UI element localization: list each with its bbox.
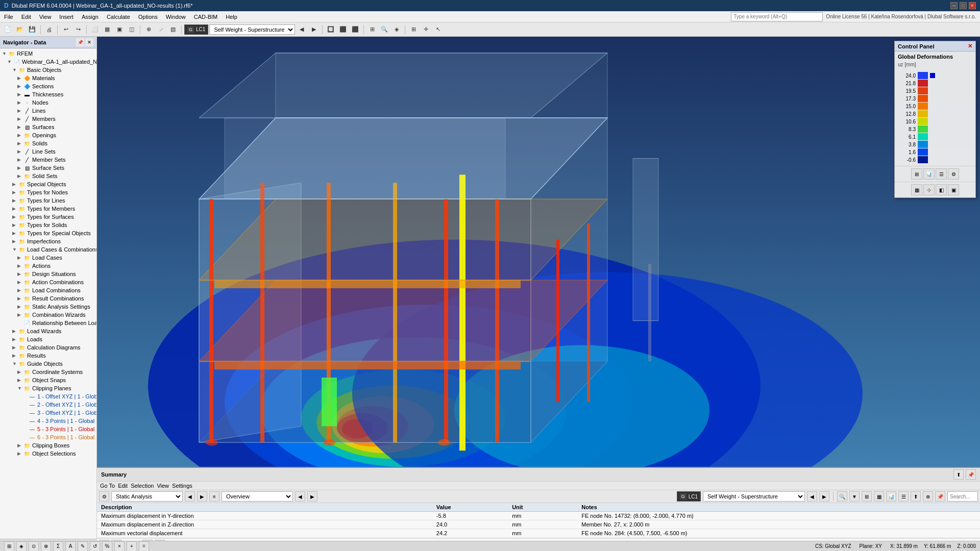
print-button[interactable]: 🖨 <box>43 24 55 35</box>
nav-item[interactable]: ▶📁Types for Surfaces <box>0 213 96 221</box>
summary-goto[interactable]: Go To <box>100 483 115 489</box>
nav-item[interactable]: ▶📁Load Wizards <box>0 327 96 335</box>
nav-item[interactable]: ▶📁Types for Lines <box>0 196 96 205</box>
sum-table[interactable]: ▦ <box>874 491 884 502</box>
menu-assign[interactable]: Assign <box>78 13 103 21</box>
render-button[interactable]: ◈ <box>391 24 402 35</box>
close-button[interactable]: ✕ <box>969 2 976 9</box>
menu-edit[interactable]: Edit <box>17 13 35 21</box>
status-btn4[interactable]: ⊕ <box>41 541 51 552</box>
menu-options[interactable]: Options <box>134 13 162 21</box>
sum-filter[interactable]: ▼ <box>849 491 860 502</box>
summary-view[interactable]: View <box>157 483 169 489</box>
cp-close-button[interactable]: ✕ <box>968 43 972 49</box>
status-btn3[interactable]: ⊙ <box>29 541 39 552</box>
snap-button[interactable]: ✛ <box>420 24 431 35</box>
summary-selection[interactable]: Selection <box>131 483 154 489</box>
menu-calculate[interactable]: Calculate <box>103 13 134 21</box>
nav-item[interactable]: ▶📁Object Selections <box>0 449 96 458</box>
nav-item[interactable]: ▶📁Calculation Diagrams <box>0 343 96 352</box>
front-button[interactable]: ⬛ <box>337 24 349 35</box>
nav-item[interactable]: ▶·Nodes <box>0 98 96 107</box>
nav-item[interactable]: ▼📁Guide Objects <box>0 360 96 368</box>
zoom-fit[interactable]: ⊞ <box>366 24 378 35</box>
status-btn1[interactable]: ⊞ <box>4 541 14 552</box>
cp-side-button[interactable]: ▣ <box>948 184 959 195</box>
nav-item[interactable]: ▶╱Lines <box>0 107 96 115</box>
nav-item[interactable]: ▼📄Webinar_GA-1_all-updated_NO-resul <box>0 58 96 66</box>
nav-item[interactable]: ▶🔷Sections <box>0 82 96 90</box>
menu-view[interactable]: View <box>35 13 56 21</box>
status-btn2[interactable]: ◈ <box>16 541 27 552</box>
menu-cad-bim[interactable]: CAD-BIM <box>190 13 222 21</box>
sum-zoom[interactable]: ⊞ <box>862 491 872 502</box>
line-button[interactable]: ⟋ <box>155 24 166 35</box>
result-type-dropdown[interactable]: Overview <box>222 491 293 502</box>
nav-item[interactable]: ▶📁Combination Wizards <box>0 311 96 319</box>
nav-item[interactable]: ▶╱Member Sets <box>0 156 96 164</box>
sum-type-prev[interactable]: ◀ <box>295 491 305 502</box>
surf-button[interactable]: ▧ <box>167 24 179 35</box>
nav-pin[interactable]: 📌 <box>76 38 84 46</box>
cp-chart-button[interactable]: 📊 <box>923 168 935 180</box>
side-button[interactable]: ⬛ <box>350 24 361 35</box>
sum-lc-next[interactable]: ▶ <box>819 491 829 502</box>
nav-item[interactable]: —1 - Offset XYZ | 1 - Global X <box>0 392 96 400</box>
view3d-button[interactable]: 🔲 <box>325 24 336 35</box>
nav-item[interactable]: ▶📁Coordinate Systems <box>0 368 96 376</box>
minimize-button[interactable]: ─ <box>950 2 958 9</box>
sum-search-input[interactable] <box>947 491 978 502</box>
status-btn7[interactable]: ✎ <box>78 541 88 552</box>
status-btn11[interactable]: + <box>127 541 137 552</box>
box3-button[interactable]: ▣ <box>114 24 125 35</box>
nav-item[interactable]: —5 - 3 Points | 1 - Global XYZ <box>0 425 96 433</box>
analysis-dropdown[interactable]: Static Analysis <box>111 491 183 502</box>
nav-item[interactable]: ▶▧Surfaces <box>0 123 96 131</box>
sum-search[interactable]: 🔍 <box>837 491 847 502</box>
new-button[interactable]: 📄 <box>2 24 13 35</box>
nav-item[interactable]: ▶📁Result Combinations <box>0 294 96 303</box>
sum-copy[interactable]: ⊕ <box>923 491 933 502</box>
menu-file[interactable]: File <box>0 13 17 21</box>
cp-iso-button[interactable]: ⊹ <box>923 184 935 195</box>
menu-window[interactable]: Window <box>162 13 190 21</box>
undo-button[interactable]: ↩ <box>60 24 71 35</box>
lc-dropdown[interactable]: Self Weight - Superstructure <box>209 24 295 35</box>
nav-item[interactable]: ▶📁Design Situations <box>0 270 96 278</box>
nav-item[interactable]: ▶📁Special Objects <box>0 180 96 188</box>
status-btn12[interactable]: = <box>139 541 149 552</box>
nav-item[interactable]: ▶📁Load Combinations <box>0 286 96 294</box>
sum-type-next[interactable]: ▶ <box>307 491 317 502</box>
nav-item[interactable]: ▶📁Loads <box>0 335 96 343</box>
sum-more[interactable]: ☰ <box>898 491 909 502</box>
nav-item[interactable]: ▶📁Solids <box>0 139 96 147</box>
nav-item[interactable]: ▶▧Surface Sets <box>0 164 96 172</box>
nav-item[interactable]: ▼📁Load Cases & Combinations <box>0 245 96 254</box>
nav-item[interactable]: ▶📁Actions <box>0 262 96 270</box>
search-input[interactable] <box>731 12 823 21</box>
nav-item[interactable]: ▶📁Object Snaps <box>0 376 96 384</box>
open-button[interactable]: 📂 <box>14 24 26 35</box>
nav-item[interactable]: —6 - 3 Points | 1 - Global X <box>0 433 96 441</box>
3d-scene[interactable] <box>97 37 980 467</box>
nav-item[interactable]: ▶📁Types for Solids <box>0 221 96 229</box>
nav-item[interactable]: ▶📁Types for Nodes <box>0 188 96 196</box>
pin-button[interactable]: 📌 <box>966 469 976 480</box>
cp-table-button[interactable]: ⊞ <box>911 168 922 180</box>
viewport[interactable]: Control Panel ✕ Global Deformations uz [… <box>97 37 980 467</box>
save-button[interactable]: 💾 <box>27 24 38 35</box>
status-btn8[interactable]: ↺ <box>90 541 100 552</box>
nav-item[interactable]: —3 - Offset XYZ | 1 - Global X <box>0 409 96 417</box>
zoom-in[interactable]: 🔍 <box>379 24 390 35</box>
sum-pin2[interactable]: 📌 <box>935 491 945 502</box>
sum-lc-prev[interactable]: ◀ <box>807 491 817 502</box>
node-button[interactable]: ⊕ <box>143 24 154 35</box>
nav-item[interactable]: ▶📁Imperfections <box>0 237 96 245</box>
nav-item[interactable]: ▶📁Action Combinations <box>0 278 96 286</box>
nav-item[interactable]: ▶📁Clipping Boxes <box>0 441 96 449</box>
prev-lc[interactable]: ◀ <box>296 24 307 35</box>
next-lc[interactable]: ▶ <box>308 24 320 35</box>
nav-item[interactable]: —4 - 3 Points | 1 - Global X <box>0 417 96 425</box>
status-btn10[interactable]: × <box>114 541 125 552</box>
nav-item[interactable]: ▶📁Types for Special Objects <box>0 229 96 237</box>
